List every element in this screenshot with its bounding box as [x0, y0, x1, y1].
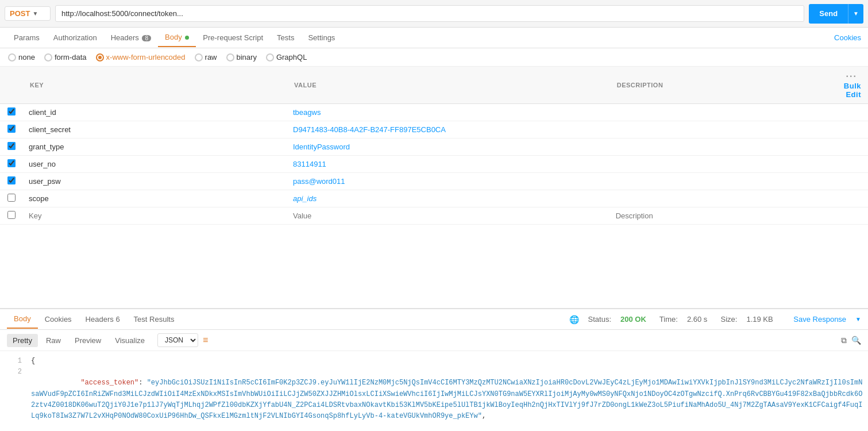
more-options-icon[interactable]: ···: [846, 71, 857, 81]
row6-checkbox[interactable]: [7, 194, 16, 202]
tab-authorization[interactable]: Authorization: [47, 29, 104, 47]
row2-key[interactable]: client_secret: [23, 121, 287, 138]
tab-body[interactable]: Body: [158, 28, 196, 47]
tab-params[interactable]: Params: [7, 29, 47, 47]
tab-response-body[interactable]: Body: [7, 310, 38, 329]
row4-value[interactable]: 83114911: [287, 156, 610, 173]
tab-response-headers[interactable]: Headers 6: [79, 310, 127, 328]
radio-none: [8, 53, 16, 61]
row3-key[interactable]: grant_type: [23, 138, 287, 156]
radio-urlencoded: [96, 53, 104, 61]
response-headers-badge: 6: [115, 315, 119, 324]
row4-desc[interactable]: [610, 156, 822, 173]
table-row: scope api_ids: [0, 190, 868, 207]
col-key: KEY: [23, 67, 287, 104]
table-row: user_no 83114911: [0, 156, 868, 173]
table-row: grant_type IdentityPassword: [0, 138, 868, 156]
option-binary[interactable]: binary: [226, 53, 257, 61]
option-raw[interactable]: raw: [195, 53, 217, 61]
option-form-data[interactable]: form-data: [44, 53, 87, 61]
row5-checkbox[interactable]: [7, 176, 16, 184]
row6-desc[interactable]: [610, 190, 822, 207]
tab-headers[interactable]: Headers 8: [104, 29, 158, 47]
new-row-checkbox[interactable]: [7, 211, 16, 219]
row5-key[interactable]: user_psw: [23, 173, 287, 190]
row2-value[interactable]: D9471483-40B8-4A2F-B247-FF897E5CB0CA: [287, 121, 610, 138]
tab-settings[interactable]: Settings: [301, 29, 342, 47]
pretty-tab-raw[interactable]: Raw: [40, 334, 67, 347]
send-label: Send: [809, 4, 848, 24]
new-desc-input[interactable]: [616, 211, 816, 220]
method-chevron-icon: ▼: [32, 10, 38, 17]
row2-checkbox[interactable]: [7, 125, 16, 133]
row4-key[interactable]: user_no: [23, 156, 287, 173]
json-line-2: 2 "access_token": "eyJhbGciOiJSUzI1NiIsI…: [0, 367, 868, 431]
response-time: 2.60 s: [687, 315, 707, 324]
globe-icon: 🌐: [569, 315, 579, 324]
response-size: 1.19 KB: [746, 315, 773, 324]
status-code: 200 OK: [620, 315, 646, 324]
row1-key[interactable]: client_id: [23, 104, 287, 121]
row3-checkbox[interactable]: [7, 142, 16, 150]
headers-badge: 8: [142, 35, 151, 41]
cookies-link[interactable]: Cookies: [834, 33, 861, 42]
row4-checkbox[interactable]: [7, 159, 16, 167]
radio-form-data: [44, 53, 52, 61]
row2-desc[interactable]: [610, 121, 822, 138]
row1-desc[interactable]: [610, 104, 822, 121]
bulk-edit-button[interactable]: Bulk Edit: [844, 82, 861, 99]
option-none[interactable]: none: [8, 53, 35, 61]
tab-tests[interactable]: Tests: [270, 29, 301, 47]
radio-binary: [226, 53, 234, 61]
request-tab-bar: Params Authorization Headers 8 Body Pre-…: [0, 28, 868, 48]
json-line-1: 1 {: [0, 356, 868, 367]
radio-raw: [195, 53, 203, 61]
body-dot: [185, 36, 189, 40]
row1-value[interactable]: tbeagws: [287, 104, 610, 121]
json-viewer: 1 { 2 "access_token": "eyJhbGciOiJSUzI1N…: [0, 351, 868, 431]
row5-desc[interactable]: [610, 173, 822, 190]
pretty-bar: Pretty Raw Preview Visualize JSON ≡ ⧉ 🔍: [0, 330, 868, 351]
col-value: VALUE: [287, 67, 610, 104]
body-options: none form-data x-www-form-urlencoded raw…: [0, 48, 868, 67]
tab-prerequest[interactable]: Pre-request Script: [196, 29, 270, 47]
row3-value[interactable]: IdentityPassword: [287, 138, 610, 156]
row1-checkbox[interactable]: [7, 107, 16, 116]
params-table: KEY VALUE DESCRIPTION ··· Bulk Edit clie…: [0, 67, 868, 225]
save-response-arrow[interactable]: ▼: [855, 316, 861, 322]
row5-value[interactable]: pass@word011: [287, 173, 610, 190]
response-tab-bar: Body Cookies Headers 6 Test Results 🌐 St…: [0, 309, 868, 330]
json-format-select[interactable]: JSON: [157, 333, 198, 347]
response-status-bar: 🌐 Status: 200 OK Time: 2.60 s Size: 1.19…: [569, 315, 861, 324]
search-icon[interactable]: 🔍: [851, 336, 861, 345]
save-response-button[interactable]: Save Response: [793, 315, 846, 324]
new-value-input[interactable]: [293, 211, 604, 220]
tab-response-cookies[interactable]: Cookies: [38, 310, 79, 328]
col-description: DESCRIPTION: [610, 67, 822, 104]
copy-icon[interactable]: ⧉: [841, 336, 847, 345]
pretty-tab-visualize[interactable]: Visualize: [109, 334, 151, 347]
filter-icon[interactable]: ≡: [203, 335, 208, 345]
top-bar: POST ▼ Send ▼: [0, 0, 868, 28]
row3-desc[interactable]: [610, 138, 822, 156]
send-arrow-icon[interactable]: ▼: [848, 4, 863, 24]
new-row: [0, 207, 868, 225]
row6-value[interactable]: api_ids: [287, 190, 610, 207]
pretty-tab-pretty[interactable]: Pretty: [7, 334, 38, 347]
table-row: client_secret D9471483-40B8-4A2F-B247-FF…: [0, 121, 868, 138]
params-table-section: KEY VALUE DESCRIPTION ··· Bulk Edit clie…: [0, 67, 868, 308]
row6-key[interactable]: scope: [23, 190, 287, 207]
table-row: client_id tbeagws: [0, 104, 868, 121]
new-key-input[interactable]: [29, 211, 281, 220]
url-input[interactable]: [55, 5, 804, 22]
option-urlencoded[interactable]: x-www-form-urlencoded: [96, 53, 186, 61]
tab-test-results[interactable]: Test Results: [127, 310, 182, 328]
method-select[interactable]: POST ▼: [5, 6, 51, 21]
table-row: user_psw pass@word011: [0, 173, 868, 190]
pretty-tab-preview[interactable]: Preview: [69, 334, 107, 347]
response-section: Body Cookies Headers 6 Test Results 🌐 St…: [0, 308, 868, 431]
send-button[interactable]: Send ▼: [809, 4, 863, 24]
method-label: POST: [10, 9, 30, 18]
radio-graphql: [266, 53, 274, 61]
option-graphql[interactable]: GraphQL: [266, 53, 307, 61]
